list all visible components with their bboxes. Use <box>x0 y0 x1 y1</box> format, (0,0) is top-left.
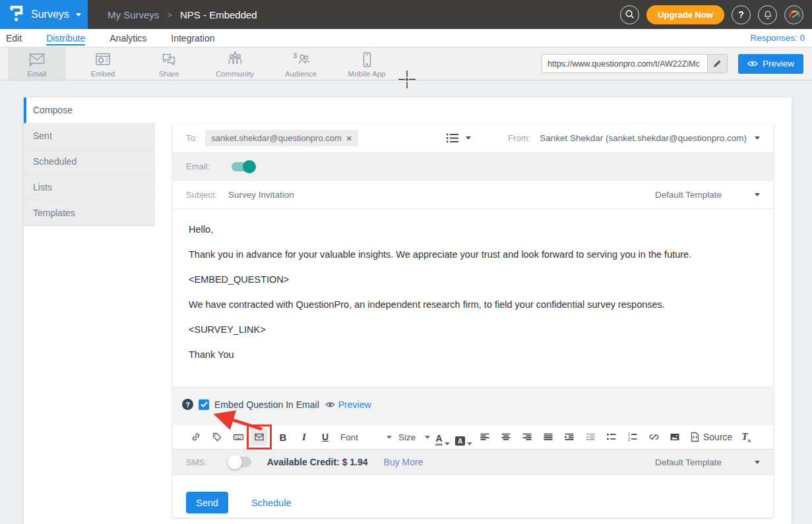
sms-toggle-label: SMS: <box>186 457 207 467</box>
pencil-icon <box>713 59 722 68</box>
outdent-button[interactable] <box>582 428 599 446</box>
channel-audience[interactable]: $ Audience <box>272 47 330 80</box>
numbered-list-button[interactable]: 1 2 <box>624 428 641 446</box>
send-button[interactable]: Send <box>186 492 228 513</box>
subject-label: Subject: <box>186 190 217 200</box>
keyboard-icon <box>233 432 244 442</box>
sidebar-item-templates[interactable]: Templates <box>24 200 155 226</box>
from-value: Sanket Shekdar (sanket.shekdar@questionp… <box>540 133 747 143</box>
sidebar-item-label: Lists <box>33 182 52 192</box>
hyperlink-button[interactable] <box>645 428 662 446</box>
email-body-editor[interactable]: Hello, Thank you in advance for your val… <box>173 209 773 388</box>
audience-icon: $ <box>291 49 311 69</box>
tab-distribute[interactable]: Distribute <box>46 30 85 47</box>
top-actions: Upgrade Now ? <box>620 5 812 24</box>
underline-button[interactable]: U <box>317 428 334 446</box>
email-icon <box>27 49 47 69</box>
bold-button[interactable]: B <box>274 428 292 446</box>
insert-image-button[interactable] <box>666 428 683 446</box>
email-distribution-card: Compose Sent Scheduled Lists Templates T… <box>24 98 792 524</box>
preview-button[interactable]: Preview <box>738 54 803 74</box>
remove-format-button[interactable]: Tx <box>737 428 755 446</box>
indent-button[interactable] <box>561 428 578 446</box>
chevron-down-icon <box>387 436 392 439</box>
email-template-select[interactable]: Default Template <box>655 190 760 200</box>
help-button[interactable]: ? <box>732 5 751 24</box>
outdent-icon <box>585 432 596 442</box>
share-icon <box>159 49 179 69</box>
keyboard-button[interactable] <box>230 428 247 446</box>
sidebar-item-lists[interactable]: Lists <box>24 175 155 200</box>
top-bar: Surveys My Surveys > NPS - Embedded Upgr… <box>0 0 812 29</box>
product-switcher[interactable]: Surveys <box>0 0 88 29</box>
channel-email[interactable]: Email <box>8 47 66 80</box>
sidebar-item-scheduled[interactable]: Scheduled <box>24 149 155 175</box>
bell-icon <box>763 9 773 20</box>
channel-share[interactable]: Share <box>140 47 198 80</box>
align-right-button[interactable] <box>518 428 536 446</box>
channel-community[interactable]: Community <box>206 47 264 80</box>
user-avatar[interactable] <box>784 5 803 24</box>
upgrade-now-button[interactable]: Upgrade Now <box>646 5 724 24</box>
email-toggle[interactable] <box>232 162 254 171</box>
schedule-link[interactable]: Schedule <box>251 498 291 508</box>
select-list-button[interactable] <box>446 132 471 144</box>
recipient-email: sanket.shekdar@questionpro.com <box>211 133 341 143</box>
svg-text:2: 2 <box>628 437 631 442</box>
bullet-list-icon <box>606 432 617 442</box>
notifications-button[interactable] <box>758 5 777 24</box>
background-color-button[interactable]: A <box>455 428 472 446</box>
align-center-button[interactable] <box>497 428 515 446</box>
from-select[interactable]: From: Sanket Shekdar (sanket.shekdar@que… <box>508 133 760 143</box>
eye-icon <box>325 401 335 408</box>
questionpro-logo-icon <box>9 4 24 25</box>
svg-text:1: 1 <box>628 432 631 436</box>
embed-preview-link[interactable]: Preview <box>325 399 371 410</box>
sms-toggle[interactable] <box>229 457 251 467</box>
font-select[interactable]: Font <box>340 432 392 442</box>
subject-input[interactable]: Survey Invitation <box>228 190 294 200</box>
text-color-button[interactable]: A <box>434 428 451 446</box>
embed-question-toolbar-button[interactable] <box>251 428 268 446</box>
tab-analytics[interactable]: Analytics <box>109 30 146 47</box>
justify-button[interactable] <box>540 428 557 446</box>
help-tooltip-icon[interactable]: ? <box>182 399 193 410</box>
sidebar-item-sent[interactable]: Sent <box>24 123 155 149</box>
search-button[interactable] <box>620 5 639 24</box>
align-left-button[interactable] <box>476 428 493 446</box>
breadcrumb-my-surveys[interactable]: My Surveys <box>108 9 159 20</box>
italic-button[interactable]: I <box>296 428 313 446</box>
from-label: From: <box>508 133 530 143</box>
bullet-list-button[interactable] <box>603 428 620 446</box>
insert-tag-button[interactable] <box>208 428 226 446</box>
tab-integration[interactable]: Integration <box>171 30 214 47</box>
source-button[interactable]: Source <box>690 432 732 442</box>
channel-mobile-app[interactable]: Mobile App <box>338 47 396 80</box>
checkmark-icon <box>201 401 208 407</box>
tab-edit[interactable]: Edit <box>6 30 22 47</box>
buy-more-link[interactable]: Buy More <box>384 457 423 467</box>
email-sidebar: Compose Sent Scheduled Lists Templates <box>24 98 155 226</box>
body-paragraph: <EMBED_QUESTION> <box>189 274 757 285</box>
sms-template-select[interactable]: Default Template <box>655 457 760 467</box>
insert-link-button[interactable] <box>187 428 204 446</box>
breadcrumb-separator: > <box>167 10 172 20</box>
edit-url-button[interactable] <box>707 54 727 73</box>
source-doc-icon <box>690 432 700 442</box>
list-icon <box>446 132 460 144</box>
size-select[interactable]: Size <box>398 432 430 442</box>
send-row: Send Schedule <box>173 475 773 513</box>
tag-icon <box>212 432 222 442</box>
chevron-down-icon <box>425 436 430 439</box>
embed-question-checkbox[interactable] <box>199 399 209 410</box>
bg-color-glyph: A <box>455 436 465 446</box>
search-icon <box>625 9 635 20</box>
responses-count[interactable]: Responses: 0 <box>750 33 806 43</box>
remove-format-x: x <box>748 437 751 444</box>
channel-embed[interactable]: Embed <box>74 47 132 80</box>
survey-url-input[interactable] <box>542 55 707 73</box>
recipients-row-right: From: Sanket Shekdar (sanket.shekdar@que… <box>446 132 760 144</box>
remove-recipient-icon[interactable]: × <box>346 134 352 142</box>
sidebar-item-compose[interactable]: Compose <box>24 98 155 123</box>
recipient-chip: sanket.shekdar@questionpro.com × <box>205 130 358 146</box>
